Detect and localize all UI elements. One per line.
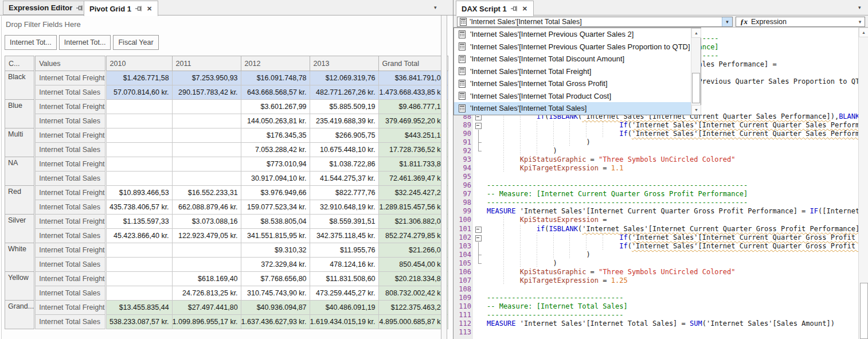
pivot-value-cell[interactable]: $7.768.656,80 bbox=[241, 272, 310, 286]
code-line[interactable]: 90 If('Internet Sales'[Internet Current … bbox=[453, 130, 868, 138]
pivot-field-button[interactable]: Fiscal Year bbox=[113, 35, 158, 50]
close-icon[interactable]: ✕ bbox=[146, 6, 153, 12]
code-line[interactable]: 91 ) bbox=[453, 138, 868, 147]
scroll-up-icon[interactable]: ▲ bbox=[691, 28, 701, 38]
pivot-value-cell[interactable]: $32.245.427,25 bbox=[378, 186, 448, 200]
vertical-scrollbar[interactable] bbox=[441, 15, 447, 339]
pivot-value-cell[interactable] bbox=[172, 128, 241, 143]
code-line[interactable]: 95 bbox=[453, 173, 868, 181]
code-line[interactable]: 100 KpiStatusExpression = bbox=[453, 216, 868, 224]
pivot-value-cell[interactable]: 662.088.879,46 kr. bbox=[172, 200, 241, 215]
tab-overflow-icon[interactable]: ▾ bbox=[434, 5, 437, 10]
pivot-value-cell[interactable]: $7.253.950,93 bbox=[172, 71, 241, 85]
pivot-value-cell[interactable]: 30.917.094,10 kr. bbox=[241, 172, 310, 186]
pivot-value-cell[interactable]: $27.497.441,80 bbox=[172, 301, 241, 315]
pivot-value-cell[interactable]: $13.455.835,44 bbox=[106, 301, 172, 315]
combo-dropdown-icon[interactable]: ▾ bbox=[855, 19, 865, 25]
pivot-measure-label[interactable]: Internet Total Freight bbox=[36, 243, 105, 258]
pivot-value-cell[interactable] bbox=[106, 258, 172, 272]
expression-selector-combo[interactable]: ƒx Expression ▾ bbox=[736, 17, 865, 27]
pivot-value-cell[interactable]: 1.619.434.015,19 kr. bbox=[310, 315, 378, 329]
pivot-value-cell[interactable]: 342.375.118,45 kr. bbox=[310, 229, 378, 243]
pivot-value-cell[interactable]: $11.831.508,60 bbox=[310, 272, 378, 286]
scroll-down-icon[interactable]: ▼ bbox=[691, 105, 701, 115]
pivot-measure-label[interactable]: Internet Total Freight bbox=[36, 186, 105, 200]
pin-icon[interactable] bbox=[511, 5, 518, 12]
fold-marker-icon[interactable] bbox=[474, 251, 483, 259]
pivot-value-cell[interactable] bbox=[106, 128, 172, 143]
measure-dropdown-item[interactable]: 'Internet Sales'[Internet Total Product … bbox=[454, 90, 701, 103]
pivot-value-cell[interactable]: $12.069.319,76 bbox=[310, 71, 378, 85]
pivot-value-cell[interactable]: $40.486.091,19 bbox=[310, 301, 378, 315]
pivot-value-cell[interactable]: $822.777,76 bbox=[310, 186, 378, 200]
tab-dax-script-1[interactable]: DAX Script 1 ✕ bbox=[456, 1, 534, 16]
pivot-measure-label[interactable]: Internet Total Sales bbox=[36, 172, 105, 186]
pivot-value-cell[interactable]: 159.077.523,34 kr. bbox=[241, 200, 310, 215]
code-line[interactable]: 99MEASURE 'Internet Sales'[Internet Curr… bbox=[453, 207, 868, 216]
pivot-value-cell[interactable]: $5.885.509,19 bbox=[310, 100, 378, 114]
pivot-column-header[interactable]: 2013 bbox=[310, 56, 378, 71]
code-line[interactable]: 103 If('Internet Sales'[Internet Current… bbox=[453, 242, 868, 251]
fold-marker-icon[interactable] bbox=[474, 242, 483, 251]
pivot-row-label[interactable]: White bbox=[5, 243, 34, 272]
pivot-value-cell[interactable]: $1.811.733,80 bbox=[378, 157, 448, 172]
pivot-measure-label[interactable]: Internet Total Freight bbox=[36, 71, 105, 85]
pivot-measure-label[interactable]: Internet Total Freight bbox=[36, 301, 105, 315]
pivot-value-cell[interactable]: 1.473.668.433,85 kr. bbox=[378, 85, 448, 100]
pivot-value-cell[interactable]: 341.551.815,95 kr. bbox=[241, 229, 310, 243]
measure-dropdown-item[interactable]: 'Internet Sales'[Internet Previous Quart… bbox=[454, 41, 701, 53]
pivot-value-cell[interactable]: 1.099.896.955,17 kr. bbox=[172, 315, 241, 329]
pivot-value-cell[interactable]: 122.923.479,05 kr. bbox=[172, 229, 241, 243]
measure-dropdown-item[interactable]: 'Internet Sales'[Internet Total Discount… bbox=[454, 53, 701, 65]
code-line[interactable]: 112MEASURE 'Internet Sales'[Internet Tot… bbox=[453, 319, 868, 328]
code-line[interactable]: 104 ) bbox=[453, 251, 868, 259]
pivot-value-cell[interactable]: 41.544.275,37 kr. bbox=[310, 172, 378, 186]
pivot-measure-label[interactable]: Internet Total Freight bbox=[36, 100, 105, 114]
pivot-row-label[interactable]: Blue bbox=[5, 100, 34, 128]
pivot-value-cell[interactable]: $176.345,35 bbox=[241, 128, 310, 143]
pivot-value-cell[interactable]: $1.426.771,58 bbox=[106, 71, 172, 85]
pivot-value-cell[interactable] bbox=[106, 143, 172, 157]
pivot-measure-label[interactable]: Internet Total Sales bbox=[36, 286, 105, 301]
measure-selector-combo[interactable]: 'Internet Sales'[Internet Total Sales] ▾ bbox=[457, 17, 733, 27]
pivot-value-cell[interactable]: $10.893.466,53 bbox=[106, 186, 172, 200]
pivot-value-cell[interactable] bbox=[106, 172, 172, 186]
code-line[interactable]: 93 KpiStatusGraphic = "Three Symbols UnC… bbox=[453, 155, 868, 164]
scrollbar-thumb[interactable] bbox=[692, 73, 700, 103]
pivot-measure-label[interactable]: Internet Total Sales bbox=[36, 229, 105, 243]
pivot-value-cell[interactable]: $21.306.882,04 bbox=[378, 215, 448, 229]
pin-icon[interactable] bbox=[76, 5, 83, 11]
pivot-value-cell[interactable]: 372.329,84 kr. bbox=[241, 258, 310, 272]
pivot-value-cell[interactable]: $21.266,08 bbox=[378, 243, 448, 258]
code-line[interactable]: 113 bbox=[453, 328, 868, 337]
pivot-value-cell[interactable] bbox=[172, 114, 241, 128]
pivot-row-label[interactable]: Yellow bbox=[5, 272, 34, 301]
tab-overflow-icon[interactable]: ▾ bbox=[858, 5, 861, 10]
pivot-value-cell[interactable] bbox=[106, 272, 172, 286]
pivot-row-label[interactable]: Multi bbox=[5, 128, 34, 157]
measure-dropdown-item[interactable]: 'Internet Sales'[Internet Total Sales] bbox=[454, 102, 701, 115]
pivot-value-cell[interactable]: $618.169,40 bbox=[172, 272, 241, 286]
pivot-row-label[interactable]: Black bbox=[5, 71, 34, 100]
pivot-row-area-header[interactable]: C... bbox=[5, 56, 34, 71]
pivot-value-cell[interactable]: $3.073.088,16 bbox=[172, 215, 241, 229]
pivot-value-cell[interactable]: 144.050.263,81 kr. bbox=[241, 114, 310, 128]
pivot-value-cell[interactable]: 482.771.267,26 kr. bbox=[310, 85, 378, 100]
tab-pivot-grid-1[interactable]: Pivot Grid 1 ✕ bbox=[84, 1, 158, 16]
pivot-value-cell[interactable]: 643.668.568,57 kr. bbox=[241, 85, 310, 100]
pivot-value-cell[interactable] bbox=[172, 258, 241, 272]
pivot-value-cell[interactable]: 57.070.814,60 kr. bbox=[106, 85, 172, 100]
pivot-value-cell[interactable]: $16.552.233,31 bbox=[172, 186, 241, 200]
pivot-value-cell[interactable]: 852.274.279,85 kr. bbox=[378, 229, 448, 243]
pivot-value-cell[interactable]: $11.955,76 bbox=[310, 243, 378, 258]
pivot-value-cell[interactable]: $3.601.267,99 bbox=[241, 100, 310, 114]
scrollbar-thumb[interactable] bbox=[860, 283, 868, 339]
pivot-value-cell[interactable]: 435.738.406,57 kr. bbox=[106, 200, 172, 215]
pivot-measure-label[interactable]: Internet Total Sales bbox=[36, 200, 105, 215]
code-line[interactable]: 92 ) bbox=[453, 147, 868, 155]
pivot-value-cell[interactable]: 1.637.436.627,93 kr. bbox=[241, 315, 310, 329]
pivot-value-cell[interactable]: $16.091.748,78 bbox=[241, 71, 310, 85]
pivot-measure-label[interactable]: Internet Total Freight bbox=[36, 157, 105, 172]
pivot-value-cell[interactable] bbox=[106, 100, 172, 114]
pivot-row-label[interactable]: Red bbox=[5, 186, 34, 215]
